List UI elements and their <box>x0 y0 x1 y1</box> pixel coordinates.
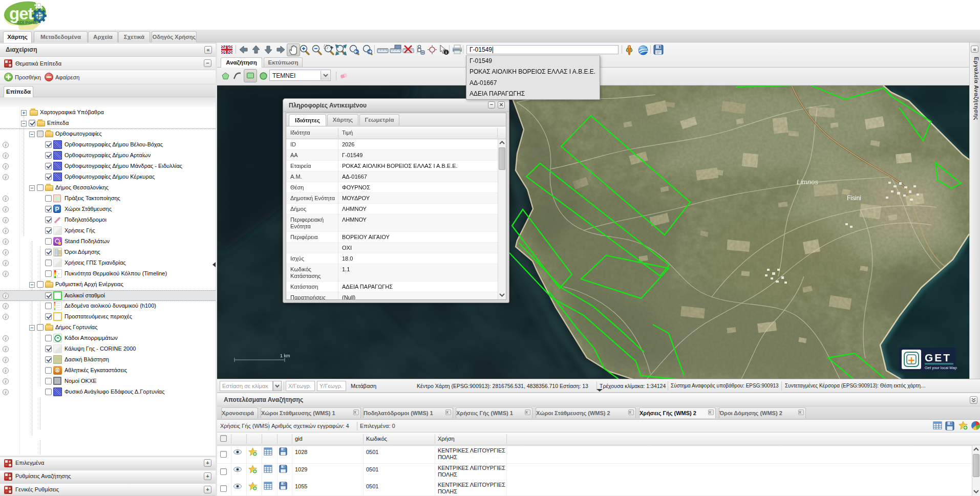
svg-text:SDI Portal: SDI Portal <box>17 20 38 25</box>
svg-text:Fisini: Fisini <box>847 195 861 202</box>
svg-text:Limnos: Limnos <box>797 178 818 186</box>
svg-text:GET: GET <box>925 352 951 363</box>
svg-text:Get your local Map: Get your local Map <box>925 365 957 370</box>
svg-text:1 km: 1 km <box>280 353 290 358</box>
